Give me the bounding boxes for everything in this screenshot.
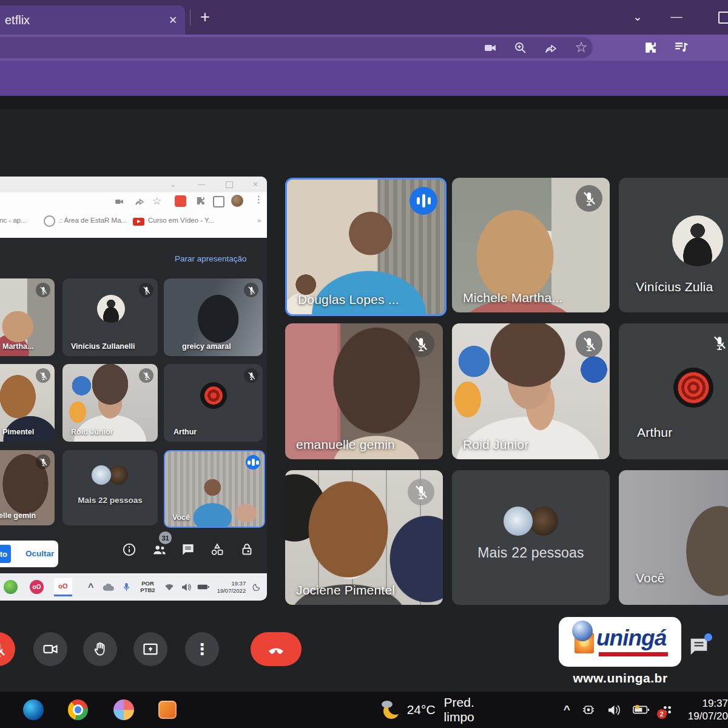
presentation-tile[interactable]: ⌄ — ✕ ☆ ⋮ linc - ap... .: Área de EstaR … (0, 177, 267, 601)
mic-off-icon (0, 641, 7, 658)
mic-off-icon (408, 331, 434, 357)
os-taskbar: 24°C Pred. limpo ^ 2 19:3719/07/20 (0, 692, 728, 728)
notification-count-badge: 2 (657, 709, 667, 719)
taskbar-temperature[interactable]: 24°C (407, 703, 436, 717)
chrome-icon[interactable] (68, 699, 89, 720)
moon-tray-icon (252, 583, 261, 592)
youtube-icon (133, 218, 144, 226)
share-icon[interactable] (542, 39, 560, 57)
browser-tab-strip: etflix ✕ + ⌄ — (0, 0, 728, 35)
shared-browser-window: ⌄ — ✕ ☆ ⋮ linc - ap... .: Área de EstaR … (0, 177, 267, 238)
mic-off-icon (36, 368, 50, 383)
uninga-brand: uningá (596, 625, 666, 651)
stop-presenting-link: Parar apresentação (175, 254, 247, 263)
shared-close-icon: ✕ (252, 180, 258, 189)
uninga-red-bar (599, 652, 668, 656)
tile-jociene[interactable]: Jociene Pimentel (285, 470, 443, 605)
edge-icon[interactable] (23, 699, 44, 720)
mini-tile-gemin: elle gemin (0, 450, 55, 525)
shared-app-icon (4, 580, 18, 594)
shared-puzzle-icon (195, 195, 206, 209)
tile-michele[interactable]: Michele Martha... (452, 178, 610, 312)
participant-avatar (200, 382, 227, 409)
raise-hand-button[interactable] (83, 632, 117, 666)
tile-arthur[interactable]: Arthur (619, 323, 728, 459)
tile-douglas[interactable]: Douglas Lopes ... (285, 178, 447, 316)
mini-tile-greicy: greicy amaral (164, 278, 263, 356)
tile-mais22[interactable]: Mais 22 pessoas (452, 470, 610, 605)
mic-off-icon (139, 283, 153, 297)
mic-off-icon (576, 185, 602, 212)
tray-caret-icon: ^ (88, 582, 93, 593)
maximize-window-button[interactable] (718, 12, 728, 24)
playlist-music-icon[interactable] (672, 38, 690, 56)
tray-battery-icon[interactable] (633, 704, 650, 715)
participants-count-badge: 31 (159, 531, 172, 544)
shared-minimize-icon: — (198, 180, 205, 189)
tile-emanuelle[interactable]: emanuelle gemin (285, 323, 443, 459)
shared-bookmark: linc - ap... (0, 217, 27, 224)
tile-vinicius[interactable]: Vinícius Zulia (619, 178, 728, 312)
mini-tile-arthur: Arthur (164, 364, 263, 442)
uninga-logo-sphere-icon (572, 621, 593, 641)
present-screen-button[interactable] (133, 632, 167, 666)
tab-title: etflix (0, 13, 30, 27)
mic-off-icon (139, 368, 153, 383)
overflow-avatar (504, 507, 533, 536)
mic-off-icon (408, 479, 434, 505)
overflow-avatar (529, 507, 558, 536)
tray-caret-icon[interactable]: ^ (564, 703, 570, 716)
shared-os-taskbar: oO oO ^ PORPTB2 19:3719/07/2022 (0, 573, 267, 601)
audio-speaking-icon (246, 455, 260, 470)
bookmark-star-icon[interactable]: ☆ (572, 38, 590, 56)
tab-search-chevron-icon[interactable]: ⌄ (629, 7, 647, 25)
participant-avatar (97, 295, 125, 323)
speaker-tray-icon (181, 582, 192, 592)
tile-roid[interactable]: Roid Júnior (452, 323, 610, 459)
extensions-puzzle-icon[interactable] (641, 38, 659, 56)
mini-tile-martha: Martha... (0, 278, 55, 356)
minimize-window-button[interactable]: — (667, 7, 686, 25)
zoom-icon[interactable] (511, 39, 530, 57)
tray-app-grid-icon[interactable]: 2 (661, 703, 674, 716)
more-options-button[interactable]: ⋮ (185, 632, 219, 666)
popup-hide-link: Ocultar (25, 549, 54, 558)
tile-voce[interactable]: Você (619, 470, 728, 605)
chat-panel-button[interactable] (684, 632, 713, 661)
mic-off-icon (244, 368, 258, 383)
mini-tile-roid: Roid Júnior (62, 364, 158, 442)
shared-camera-icon (114, 197, 124, 209)
host-controls-lock-icon (238, 541, 256, 559)
active-tab[interactable]: etflix ✕ (0, 5, 185, 35)
end-call-button[interactable] (251, 632, 302, 666)
shared-browser-tabstrip: ⌄ — ✕ (0, 177, 267, 192)
paint-app-icon[interactable] (113, 699, 134, 720)
participant-avatar (672, 215, 723, 266)
orange-app-icon[interactable] (158, 701, 177, 719)
camera-toggle-button[interactable] (33, 632, 67, 666)
globe-icon (44, 215, 55, 227)
shared-app-icon: oO (30, 580, 44, 594)
shared-bookmark: .: Área de EstaR Ma... (58, 217, 127, 224)
meet-header-band (0, 96, 728, 109)
mini-tile-pimentel: Pimentel (0, 364, 55, 442)
address-bar[interactable] (0, 37, 593, 58)
taskbar-clock[interactable]: 19:3719/07/20 (688, 697, 728, 723)
uninga-url: www.uninga.br (564, 671, 676, 686)
mini-tile-vinicius: Vinícius Zullanelli (62, 278, 158, 356)
participant-avatar (673, 368, 713, 408)
overflow-avatar (109, 465, 128, 485)
mini-tile-mais22: Mais 22 pessoas (62, 450, 158, 525)
taskbar-weather-label[interactable]: Pred. limpo (444, 695, 508, 724)
tray-screen-cast-icon[interactable] (581, 703, 596, 717)
keyboard-language: PORPTB2 (140, 581, 155, 594)
browser-toolbar: ☆ (0, 35, 728, 61)
mic-off-icon (576, 331, 602, 357)
camera-permission-icon[interactable] (481, 39, 499, 57)
shared-clock: 19:3719/07/2022 (217, 580, 246, 594)
new-tab-button[interactable]: + (195, 7, 215, 27)
shared-bookmarks-overflow: » (257, 217, 261, 224)
info-icon (120, 541, 138, 559)
close-tab-icon[interactable]: ✕ (165, 12, 181, 28)
tray-speaker-icon[interactable] (607, 704, 622, 716)
